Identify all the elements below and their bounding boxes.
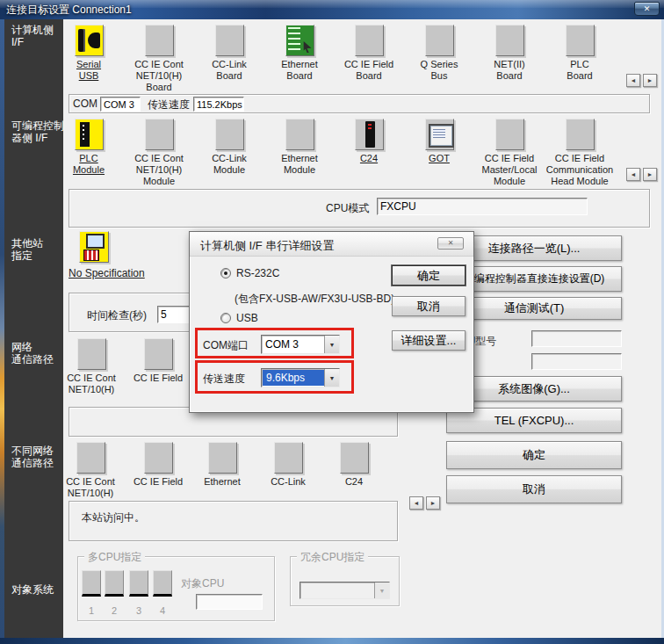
close-icon: ✕ — [644, 4, 651, 13]
sidebar-item-other-station: 其他站 指定 — [11, 237, 43, 262]
plcif-scroll: ◄ ► — [626, 168, 657, 181]
com-port-dropdown[interactable]: COM 3 ▼ — [261, 335, 340, 354]
left-arrow-icon: ◄ — [631, 77, 637, 83]
ethernet-board-icon — [285, 25, 314, 56]
dialog-speed-label: 传送速度 — [203, 372, 245, 387]
pcif-ccie-field-board[interactable]: CC IE Field Board — [334, 25, 404, 82]
com-value-box: COM 3 — [100, 97, 141, 112]
redundant-cpu-value — [300, 582, 374, 598]
rs232c-radio[interactable] — [220, 268, 231, 279]
cpu-mode-value-box: FXCPU — [377, 198, 588, 215]
redundant-cpu-dropdown-button: ▼ — [374, 582, 389, 598]
pcif-net2-board[interactable]: NET(II) Board — [474, 25, 545, 82]
cpu-mode-label: CPU模式 — [326, 201, 369, 216]
speed-dropdown[interactable]: 9.6Kbps ▼ — [261, 368, 340, 387]
redundant-cpu-legend: 冗余CPU指定 — [297, 550, 368, 565]
qseries-bus-icon — [425, 25, 454, 56]
dialog-title: 计算机侧 I/F 串行详细设置 — [200, 238, 334, 254]
status-scroll-left-button[interactable]: ◄ — [409, 496, 423, 510]
transmission-speed-label: 传送速度 — [148, 98, 190, 112]
cpu-slot-2[interactable] — [105, 570, 124, 597]
connection-settings-window: 连接目标设置 Connection1 ✕ 计算机侧 I/F 可编程控制 器侧 I… — [0, 0, 664, 644]
pcif-serial-usb[interactable]: Serial USB — [54, 25, 124, 82]
diffnet-ccie-field[interactable]: CC IE Field — [123, 442, 193, 488]
speed-value: 9.6Kbps — [263, 370, 324, 386]
cclink-board-icon — [215, 25, 244, 56]
plcif-plc-module[interactable]: PLC Module — [54, 119, 124, 176]
cpu-type-box — [531, 330, 622, 347]
usb-radio[interactable] — [220, 313, 231, 323]
window-frame-bottom — [0, 638, 664, 644]
plcif-scroll-left-button[interactable]: ◄ — [626, 168, 640, 181]
cpu-slot-1[interactable] — [82, 570, 101, 597]
detail-box — [531, 353, 622, 370]
serial-usb-icon — [75, 25, 104, 56]
window-close-button[interactable]: ✕ — [634, 2, 660, 16]
dialog-ok-button[interactable]: 确定 — [392, 265, 466, 286]
cancel-button[interactable]: 取消 — [446, 475, 622, 503]
pcif-ethernet-board[interactable]: Ethernet Board — [264, 25, 335, 82]
right-arrow-icon: ► — [430, 500, 437, 506]
plcif-ccie-field-head[interactable]: CC IE Field Communication Head Module — [545, 119, 615, 187]
diffnet-c24[interactable]: C24 — [319, 442, 389, 488]
multi-cpu-fieldset: 多CPU指定 1 2 3 4 对象CPU — [77, 556, 275, 621]
diffnet-ethernet[interactable]: Ethernet — [187, 442, 257, 488]
rs232c-label: RS-232C — [236, 267, 279, 279]
sidebar-item-diff-network: 不同网络 通信路径 — [11, 445, 54, 469]
dialog-cancel-button[interactable]: 取消 — [392, 296, 466, 316]
cpu-slot-3[interactable] — [129, 570, 148, 597]
other-station-icon[interactable] — [79, 231, 109, 263]
plcif-ccie-field-master[interactable]: CC IE Field Master/Local Module — [474, 119, 545, 187]
serial-detail-dialog: 计算机侧 I/F 串行详细设置 ✕ RS-232C (包含FX-USB-AW/F… — [189, 231, 474, 413]
right-arrow-icon: ► — [647, 77, 653, 83]
cpu-slot-2-number: 2 — [105, 605, 124, 616]
diffnet-cclink-icon — [274, 442, 303, 474]
pcif-scroll-left-button[interactable]: ◄ — [626, 74, 640, 87]
diffnet-ccie-cont[interactable]: CC IE Cont NET/10(H) — [55, 442, 126, 499]
com-port-label: COM端口 — [203, 338, 249, 353]
left-arrow-icon: ◄ — [631, 171, 637, 177]
plcif-c24[interactable]: C24 — [334, 119, 404, 164]
status-scroll: ◄ ► — [409, 496, 440, 510]
netroute-ccie-cont-icon — [77, 338, 106, 370]
sidebar-item-target-system: 对象系统 — [11, 583, 54, 596]
status-scroll-right-button[interactable]: ► — [426, 496, 440, 510]
plcif-got[interactable]: GOT — [404, 119, 474, 164]
cpu-slot-4-number: 4 — [153, 605, 172, 616]
pcif-plc-board[interactable]: PLC Board — [545, 25, 615, 82]
cclink-module-icon — [215, 119, 244, 150]
cpu-slot-1-number: 1 — [82, 605, 101, 616]
netroute-ccie-field[interactable]: CC IE Field — [123, 338, 193, 384]
c24-icon — [355, 119, 384, 150]
speed-dropdown-button[interactable]: ▼ — [324, 369, 339, 387]
pcif-qseries-bus[interactable]: Q Series Bus — [404, 25, 474, 82]
cpu-slot-4[interactable] — [153, 570, 172, 597]
plcif-scroll-right-button[interactable]: ► — [643, 168, 657, 181]
redundant-cpu-dropdown: ▼ — [300, 582, 390, 599]
ccie-field-board-icon — [355, 25, 384, 56]
diffnet-c24-icon — [340, 442, 369, 474]
cpu-mode-panel: CPU模式 FXCPU — [69, 189, 650, 228]
plcif-ccie-cont-module[interactable]: CC IE Cont NET/10(H) Module — [124, 119, 194, 187]
ccie-cont-module-icon — [145, 119, 174, 150]
right-arrow-icon: ► — [647, 171, 653, 177]
dialog-detail-button[interactable]: 详细设置... — [392, 330, 466, 351]
status-panel: 本站访问中。 — [69, 501, 398, 541]
dialog-close-button[interactable]: ✕ — [437, 237, 464, 250]
ok-button[interactable]: 确定 — [446, 441, 622, 469]
com-port-value: COM 3 — [262, 336, 324, 353]
chevron-down-icon: ▼ — [329, 342, 336, 348]
pcif-cclink-board[interactable]: CC-Link Board — [194, 25, 264, 82]
plcif-cclink-module[interactable]: CC-Link Module — [194, 119, 264, 176]
plcif-ethernet-module[interactable]: Ethernet Module — [264, 119, 335, 176]
pcif-scroll-right-button[interactable]: ► — [643, 74, 657, 87]
netroute-ccie-cont[interactable]: CC IE Cont NET/10(H) — [56, 338, 126, 395]
diffnet-cclink[interactable]: CC-Link — [253, 442, 323, 488]
diffnet-ethernet-icon — [208, 442, 237, 474]
pcif-ccie-cont-board[interactable]: CC IE Cont NET/10(H) Board — [124, 25, 194, 93]
transmission-speed-value-box: 115.2Kbps — [193, 97, 244, 112]
sidebar-item-network-route: 网络 通信路径 — [11, 341, 54, 365]
com-port-dropdown-button[interactable]: ▼ — [324, 336, 339, 353]
ethernet-module-icon — [285, 119, 314, 150]
no-specification-link[interactable]: No Specification — [69, 267, 145, 279]
